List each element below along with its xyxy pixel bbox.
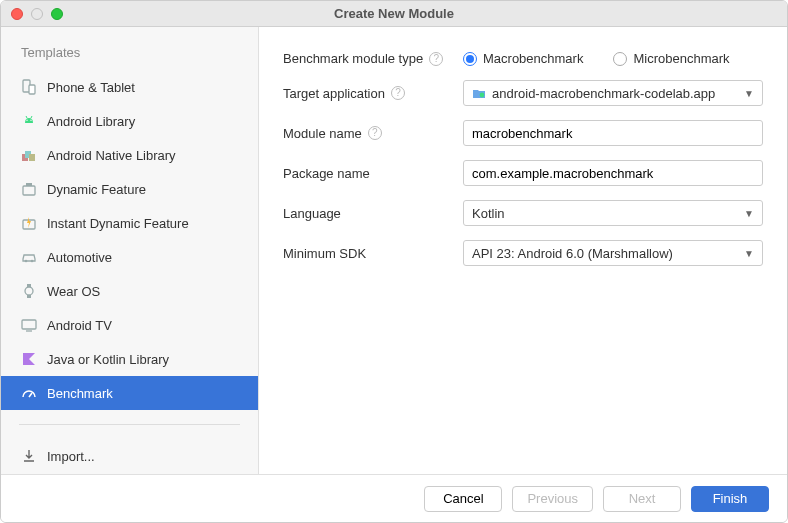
zoom-window-button[interactable] [51, 8, 63, 20]
close-window-button[interactable] [11, 8, 23, 20]
window: Create New Module Templates Phone & Tabl… [0, 0, 788, 523]
help-icon[interactable]: ? [391, 86, 405, 100]
minimize-window-button[interactable] [31, 8, 43, 20]
svg-point-2 [26, 120, 27, 121]
sidebar-separator [19, 424, 240, 425]
sidebar-item-android-native-library[interactable]: Android Native Library [1, 138, 258, 172]
help-icon[interactable]: ? [368, 126, 382, 140]
window-title: Create New Module [1, 6, 787, 21]
svg-rect-15 [27, 284, 31, 287]
watch-icon [21, 283, 37, 299]
benchmark-type-label: Benchmark module type ? [283, 51, 463, 66]
android-icon [21, 113, 37, 129]
svg-point-12 [25, 260, 28, 263]
sidebar-item-phone-tablet[interactable]: Phone & Tablet [1, 70, 258, 104]
main-panel: Benchmark module type ? Macrobenchmark M… [259, 27, 787, 474]
sidebar-item-automotive[interactable]: Automotive [1, 240, 258, 274]
phone-tablet-icon [21, 79, 37, 95]
sidebar-item-android-library[interactable]: Android Library [1, 104, 258, 138]
benchmark-type-radio-group: Macrobenchmark Microbenchmark [463, 51, 763, 66]
radio-microbenchmark[interactable]: Microbenchmark [613, 51, 729, 66]
sidebar-item-label: Import... [47, 449, 95, 464]
sidebar-item-label: Phone & Tablet [47, 80, 135, 95]
footer: Cancel Previous Next Finish [1, 474, 787, 522]
module-folder-icon [472, 86, 486, 100]
sidebar-item-instant-dynamic-feature[interactable]: Instant Dynamic Feature [1, 206, 258, 240]
sidebar-item-label: Wear OS [47, 284, 100, 299]
svg-point-13 [31, 260, 34, 263]
package-name-label: Package name [283, 166, 463, 181]
svg-rect-8 [29, 154, 35, 161]
gauge-icon [21, 385, 37, 401]
kotlin-icon [21, 351, 37, 367]
minimum-sdk-label: Minimum SDK [283, 246, 463, 261]
sidebar: Templates Phone & Tablet Android Library [1, 27, 259, 474]
svg-rect-1 [29, 85, 35, 94]
import-icon [21, 448, 37, 464]
svg-point-3 [30, 120, 31, 121]
sidebar-item-label: Android Library [47, 114, 135, 129]
language-label: Language [283, 206, 463, 221]
instant-feature-icon [21, 215, 37, 231]
template-list: Phone & Tablet Android Library Android N… [1, 70, 258, 474]
target-application-select[interactable]: android-macrobenchmark-codelab.app ▼ [463, 80, 763, 106]
car-icon [21, 249, 37, 265]
previous-button[interactable]: Previous [512, 486, 593, 512]
svg-rect-10 [26, 183, 32, 186]
sidebar-item-label: Automotive [47, 250, 112, 265]
package-name-input[interactable] [463, 160, 763, 186]
module-name-input[interactable] [463, 120, 763, 146]
tv-icon [21, 317, 37, 333]
chevron-down-icon: ▼ [744, 88, 754, 99]
native-library-icon [21, 147, 37, 163]
radio-checked-icon [463, 52, 477, 66]
svg-rect-9 [23, 186, 35, 195]
dialog-body: Templates Phone & Tablet Android Library [1, 27, 787, 474]
next-button[interactable]: Next [603, 486, 681, 512]
sidebar-heading: Templates [1, 45, 258, 70]
sidebar-item-label: Android TV [47, 318, 112, 333]
target-application-label: Target application ? [283, 86, 463, 101]
sidebar-item-label: Java or Kotlin Library [47, 352, 169, 367]
radio-unchecked-icon [613, 52, 627, 66]
chevron-down-icon: ▼ [744, 248, 754, 259]
minimum-sdk-select[interactable]: API 23: Android 6.0 (Marshmallow) ▼ [463, 240, 763, 266]
cancel-button[interactable]: Cancel [424, 486, 502, 512]
language-select[interactable]: Kotlin ▼ [463, 200, 763, 226]
sidebar-item-android-tv[interactable]: Android TV [1, 308, 258, 342]
svg-line-5 [31, 116, 32, 118]
svg-rect-16 [27, 295, 31, 298]
finish-button[interactable]: Finish [691, 486, 769, 512]
help-icon[interactable]: ? [429, 52, 443, 66]
sidebar-item-label: Instant Dynamic Feature [47, 216, 189, 231]
svg-rect-17 [22, 320, 36, 329]
sidebar-item-dynamic-feature[interactable]: Dynamic Feature [1, 172, 258, 206]
svg-point-14 [25, 287, 33, 295]
sidebar-item-label: Dynamic Feature [47, 182, 146, 197]
titlebar: Create New Module [1, 1, 787, 27]
sidebar-item-benchmark[interactable]: Benchmark [1, 376, 258, 410]
traffic-lights [1, 8, 63, 20]
chevron-down-icon: ▼ [744, 208, 754, 219]
module-name-label: Module name ? [283, 126, 463, 141]
sidebar-item-import[interactable]: Import... [1, 439, 258, 473]
feature-icon [21, 181, 37, 197]
svg-point-20 [480, 93, 485, 98]
svg-line-19 [29, 393, 32, 397]
sidebar-item-wear-os[interactable]: Wear OS [1, 274, 258, 308]
sidebar-item-label: Benchmark [47, 386, 113, 401]
sidebar-item-label: Android Native Library [47, 148, 176, 163]
radio-macrobenchmark[interactable]: Macrobenchmark [463, 51, 583, 66]
sidebar-item-java-kotlin-library[interactable]: Java or Kotlin Library [1, 342, 258, 376]
svg-line-4 [26, 116, 27, 118]
